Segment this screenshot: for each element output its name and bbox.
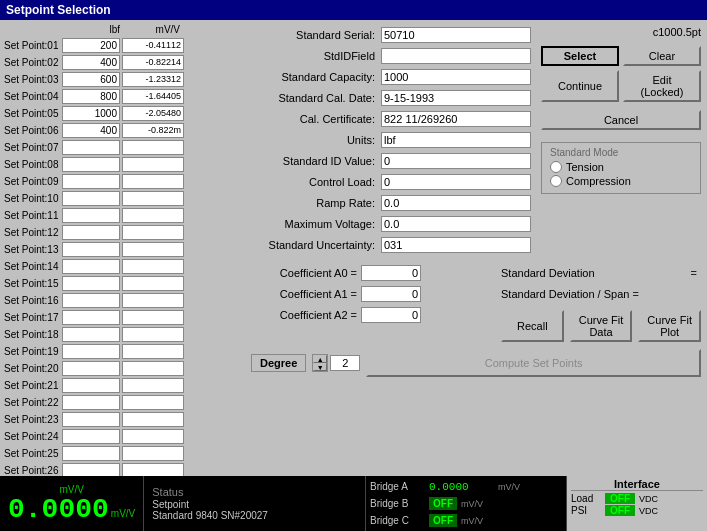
lbf-cell[interactable] bbox=[62, 361, 120, 376]
mvv-cell[interactable] bbox=[122, 242, 184, 257]
table-row[interactable]: Set Point:09 bbox=[4, 173, 241, 189]
standard-serial-input[interactable] bbox=[381, 27, 531, 43]
mvv-cell[interactable] bbox=[122, 140, 184, 155]
lbf-cell[interactable]: 400 bbox=[62, 55, 120, 70]
lbf-cell[interactable] bbox=[62, 157, 120, 172]
mvv-cell[interactable] bbox=[122, 276, 184, 291]
table-row[interactable]: Set Point:12 bbox=[4, 224, 241, 240]
mvv-cell[interactable] bbox=[122, 225, 184, 240]
table-row[interactable]: Set Point:14 bbox=[4, 258, 241, 274]
mvv-cell[interactable]: -0.41112 bbox=[122, 38, 184, 53]
lbf-cell[interactable] bbox=[62, 293, 120, 308]
table-row[interactable]: Set Point:19 bbox=[4, 343, 241, 359]
table-row[interactable]: Set Point:24 bbox=[4, 428, 241, 444]
table-row[interactable]: Set Point:21 bbox=[4, 377, 241, 393]
mvv-cell[interactable] bbox=[122, 344, 184, 359]
units-input[interactable] bbox=[381, 132, 531, 148]
lbf-cell[interactable] bbox=[62, 208, 120, 223]
lbf-cell[interactable] bbox=[62, 395, 120, 410]
tension-radio[interactable] bbox=[550, 161, 562, 173]
table-row[interactable]: Set Point:06400-0.822m bbox=[4, 122, 241, 138]
mvv-cell[interactable] bbox=[122, 429, 184, 444]
lbf-cell[interactable]: 600 bbox=[62, 72, 120, 87]
mvv-cell[interactable] bbox=[122, 208, 184, 223]
mvv-cell[interactable] bbox=[122, 395, 184, 410]
degree-down-button[interactable]: ▼ bbox=[313, 363, 327, 371]
lbf-cell[interactable] bbox=[62, 191, 120, 206]
coeff-a0-input[interactable] bbox=[361, 265, 421, 281]
standard-id-value-input[interactable] bbox=[381, 153, 531, 169]
table-row[interactable]: Set Point:04800-1.64405 bbox=[4, 88, 241, 104]
mvv-cell[interactable] bbox=[122, 259, 184, 274]
control-load-input[interactable] bbox=[381, 174, 531, 190]
lbf-cell[interactable] bbox=[62, 429, 120, 444]
table-row[interactable]: Set Point:051000-2.05480 bbox=[4, 105, 241, 121]
table-row[interactable]: Set Point:08 bbox=[4, 156, 241, 172]
lbf-cell[interactable] bbox=[62, 140, 120, 155]
coeff-a2-input[interactable] bbox=[361, 307, 421, 323]
table-row[interactable]: Set Point:15 bbox=[4, 275, 241, 291]
curve-fit-plot-button[interactable]: Curve Fit Plot bbox=[638, 310, 701, 342]
lbf-cell[interactable]: 1000 bbox=[62, 106, 120, 121]
edit-locked-button[interactable]: Edit (Locked) bbox=[623, 70, 701, 102]
cal-certificate-input[interactable] bbox=[381, 111, 531, 127]
lbf-cell[interactable]: 200 bbox=[62, 38, 120, 53]
maximum-voltage-input[interactable] bbox=[381, 216, 531, 232]
lbf-cell[interactable] bbox=[62, 327, 120, 342]
mvv-cell[interactable] bbox=[122, 310, 184, 325]
table-row[interactable]: Set Point:07 bbox=[4, 139, 241, 155]
clear-button[interactable]: Clear bbox=[623, 46, 701, 66]
coeff-a1-input[interactable] bbox=[361, 286, 421, 302]
degree-value-input[interactable] bbox=[330, 355, 360, 371]
table-row[interactable]: Set Point:17 bbox=[4, 309, 241, 325]
mvv-cell[interactable] bbox=[122, 378, 184, 393]
lbf-cell[interactable] bbox=[62, 174, 120, 189]
table-row[interactable]: Set Point:22 bbox=[4, 394, 241, 410]
lbf-cell[interactable] bbox=[62, 242, 120, 257]
degree-up-button[interactable]: ▲ bbox=[313, 355, 327, 363]
curve-fit-data-button[interactable]: Curve Fit Data bbox=[570, 310, 633, 342]
table-row[interactable]: Set Point:10 bbox=[4, 190, 241, 206]
continue-button[interactable]: Continue bbox=[541, 70, 619, 102]
lbf-cell[interactable]: 400 bbox=[62, 123, 120, 138]
lbf-cell[interactable] bbox=[62, 344, 120, 359]
table-row[interactable]: Set Point:26 bbox=[4, 462, 241, 476]
lbf-cell[interactable] bbox=[62, 378, 120, 393]
standard-capacity-input[interactable] bbox=[381, 69, 531, 85]
mvv-cell[interactable]: -0.82214 bbox=[122, 55, 184, 70]
mvv-cell[interactable]: -2.05480 bbox=[122, 106, 184, 121]
lbf-cell[interactable] bbox=[62, 310, 120, 325]
standard-uncertainty-input[interactable] bbox=[381, 237, 531, 253]
cancel-button[interactable]: Cancel bbox=[541, 110, 701, 130]
compression-radio[interactable] bbox=[550, 175, 562, 187]
table-row[interactable]: Set Point:02400-0.82214 bbox=[4, 54, 241, 70]
mvv-cell[interactable]: -0.822m bbox=[122, 123, 184, 138]
lbf-cell[interactable] bbox=[62, 412, 120, 427]
mvv-cell[interactable] bbox=[122, 446, 184, 461]
mvv-cell[interactable] bbox=[122, 174, 184, 189]
table-row[interactable]: Set Point:20 bbox=[4, 360, 241, 376]
select-button[interactable]: Select bbox=[541, 46, 619, 66]
mvv-cell[interactable] bbox=[122, 361, 184, 376]
table-row[interactable]: Set Point:18 bbox=[4, 326, 241, 342]
table-row[interactable]: Set Point:23 bbox=[4, 411, 241, 427]
mvv-cell[interactable] bbox=[122, 191, 184, 206]
mvv-cell[interactable] bbox=[122, 293, 184, 308]
table-row[interactable]: Set Point:16 bbox=[4, 292, 241, 308]
ramp-rate-input[interactable] bbox=[381, 195, 531, 211]
table-row[interactable]: Set Point:11 bbox=[4, 207, 241, 223]
mvv-cell[interactable]: -1.64405 bbox=[122, 89, 184, 104]
mvv-cell[interactable] bbox=[122, 412, 184, 427]
mvv-cell[interactable]: -1.23312 bbox=[122, 72, 184, 87]
table-row[interactable]: Set Point:03600-1.23312 bbox=[4, 71, 241, 87]
lbf-cell[interactable] bbox=[62, 463, 120, 477]
mvv-cell[interactable] bbox=[122, 463, 184, 477]
lbf-cell[interactable]: 800 bbox=[62, 89, 120, 104]
table-row[interactable]: Set Point:13 bbox=[4, 241, 241, 257]
lbf-cell[interactable] bbox=[62, 276, 120, 291]
compute-set-points-button[interactable]: Compute Set Points bbox=[366, 349, 701, 377]
lbf-cell[interactable] bbox=[62, 446, 120, 461]
recall-button[interactable]: Recall bbox=[501, 310, 564, 342]
std-id-field-input[interactable] bbox=[381, 48, 531, 64]
mvv-cell[interactable] bbox=[122, 157, 184, 172]
